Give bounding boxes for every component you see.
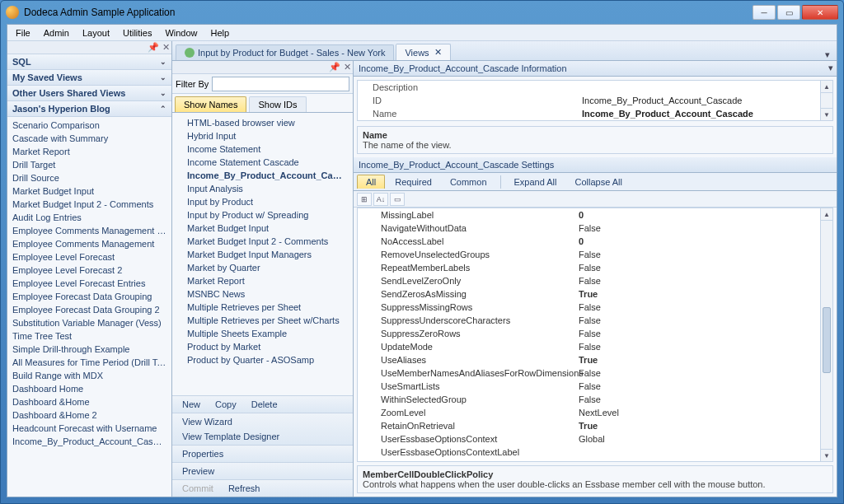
prop-value[interactable]: True (579, 420, 814, 432)
list-item[interactable]: Market Report (172, 274, 353, 287)
tab-views[interactable]: Views ✕ (396, 44, 450, 60)
close-button[interactable]: ✕ (802, 5, 838, 20)
list-item[interactable]: Market Budget Input (7, 184, 171, 198)
maximize-button[interactable]: ▭ (777, 5, 800, 20)
list-item[interactable]: Market by Quarter (172, 261, 353, 274)
prop-value[interactable]: 0 (579, 236, 814, 247)
accordion-sql[interactable]: SQL⌄ (7, 54, 171, 70)
menu-help[interactable]: Help (206, 26, 235, 40)
new-button[interactable]: New (176, 398, 207, 411)
pin-icon[interactable]: 📌 (329, 62, 340, 72)
scroll-thumb[interactable] (823, 307, 831, 373)
prop-value[interactable]: False (579, 262, 814, 273)
list-item[interactable]: Multiple Retrieves per Sheet (172, 301, 353, 314)
list-item[interactable]: Market Budget Input Managers (172, 248, 353, 261)
menu-utilities[interactable]: Utilities (118, 26, 157, 40)
list-item[interactable]: Product by Market (172, 340, 353, 353)
scroll-up-icon[interactable]: ▲ (821, 81, 832, 93)
prop-value[interactable]: False (579, 222, 814, 234)
list-item[interactable]: Audit Log Entries (7, 211, 171, 224)
list-item[interactable]: Dashboard Home (7, 382, 171, 395)
panel-close-icon[interactable]: ✕ (344, 62, 351, 72)
list-item[interactable]: Employee Level Forecast Entries (7, 277, 171, 290)
minimize-button[interactable]: ─ (753, 5, 776, 20)
prop-value[interactable]: False (579, 301, 814, 313)
tab-close-icon[interactable]: ✕ (434, 47, 442, 58)
delete-button[interactable]: Delete (245, 398, 284, 411)
pin-icon[interactable]: 📌 (148, 42, 159, 53)
list-item[interactable]: Income_By_Product_Account_Casc... (172, 169, 353, 182)
tab-show-ids[interactable]: Show IDs (249, 96, 306, 112)
prop-value[interactable]: 0 (579, 209, 814, 221)
list-item[interactable]: Employee Comments Management (7, 237, 171, 250)
list-item[interactable]: HTML-based browser view (172, 116, 353, 129)
list-item[interactable]: Dashboard &Home 2 (7, 408, 171, 422)
menu-layout[interactable]: Layout (77, 26, 115, 40)
prop-value[interactable]: False (579, 249, 814, 260)
list-item[interactable]: Multiple Sheets Example (172, 327, 353, 340)
accordion-other-users-shared-views[interactable]: Other Users Shared Views⌄ (7, 86, 171, 101)
views-list[interactable]: HTML-based browser viewHybrid InputIncom… (172, 113, 353, 395)
scrollbar[interactable]: ▲ ▼ (820, 81, 832, 120)
view-wizard-button[interactable]: View Wizard (176, 415, 239, 428)
prop-value[interactable]: False (579, 328, 814, 339)
accordion-my-saved-views[interactable]: My Saved Views⌄ (7, 70, 171, 86)
list-item[interactable]: Income_By_Product_Account_Cascade (7, 435, 171, 448)
prop-value[interactable] (579, 446, 814, 458)
list-item[interactable]: Product by Quarter - ASOSamp (172, 353, 353, 366)
prop-value[interactable]: False (579, 315, 814, 326)
menu-window[interactable]: Window (160, 26, 202, 40)
prop-value[interactable]: Global (579, 433, 814, 445)
settings-tab-common[interactable]: Common (442, 175, 495, 189)
list-item[interactable]: Hybrid Input (172, 129, 353, 142)
scroll-up-icon[interactable]: ▲ (821, 208, 832, 221)
prop-value[interactable]: NextLevel (579, 407, 814, 418)
prop-value[interactable]: False (579, 394, 814, 405)
list-item[interactable]: Employee Forecast Data Grouping 2 (7, 303, 171, 316)
prop-value[interactable]: True (579, 288, 814, 300)
list-item[interactable]: Employee Forecast Data Grouping (7, 290, 171, 303)
list-item[interactable]: Market Budget Input (172, 222, 353, 235)
prop-value[interactable]: False (579, 341, 814, 352)
prop-value[interactable]: Income_By_Product_Account_Cascade (582, 96, 814, 105)
properties-button[interactable]: Properties (176, 447, 230, 460)
prop-value[interactable]: False (579, 367, 814, 379)
list-item[interactable]: Income Statement (172, 142, 353, 156)
prop-value[interactable] (582, 82, 814, 92)
chevron-down-icon[interactable]: ▾ (822, 49, 833, 60)
list-item[interactable]: Income Statement Cascade (172, 156, 353, 169)
list-item[interactable]: Drill Target (7, 158, 171, 171)
list-item[interactable]: All Measures for Time Period (Drill Tar.… (7, 356, 171, 369)
filter-input[interactable] (212, 77, 349, 91)
prop-value[interactable]: False (579, 380, 814, 392)
copy-button[interactable]: Copy (209, 398, 243, 411)
menu-file[interactable]: File (11, 26, 35, 40)
accordion-jasons-hyperion-blog[interactable]: Jason's Hyperion Blog⌃ (7, 101, 171, 117)
list-item[interactable]: Market Report (7, 145, 171, 158)
list-item[interactable]: Dashboard &Home (7, 395, 171, 408)
sort-icon[interactable]: A↓ (373, 193, 388, 206)
tab-input-by-product[interactable]: Input by Product for Budget - Sales - Ne… (176, 44, 394, 60)
list-item[interactable]: Time Tree Test (7, 329, 171, 343)
refresh-button[interactable]: Refresh (222, 482, 267, 495)
list-item[interactable]: Input by Product w/ Spreading (172, 208, 353, 222)
settings-tab-all[interactable]: All (357, 175, 385, 189)
scroll-down-icon[interactable]: ▼ (821, 108, 832, 120)
menu-admin[interactable]: Admin (39, 26, 74, 40)
list-item[interactable]: Multiple Retrieves per Sheet w/Charts (172, 314, 353, 327)
panel-close-icon[interactable]: ✕ (162, 42, 170, 53)
list-item[interactable]: Headcount Forecast with Username (7, 422, 171, 435)
preview-button[interactable]: Preview (176, 464, 221, 478)
list-item[interactable]: Market Budget Input 2 - Comments (7, 198, 171, 211)
list-item[interactable]: Substitution Variable Manager (Vess) (7, 316, 171, 329)
list-item[interactable]: Employee Level Forecast (7, 250, 171, 264)
property-pages-icon[interactable]: ▭ (390, 193, 405, 206)
list-item[interactable]: Market Budget Input 2 - Comments (172, 235, 353, 248)
list-item[interactable]: Input Analysis (172, 182, 353, 195)
prop-value[interactable]: Income_By_Product_Account_Cascade (582, 109, 814, 119)
list-item[interactable]: MSNBC News (172, 287, 353, 301)
tab-show-names[interactable]: Show Names (175, 96, 246, 112)
list-item[interactable]: Employee Comments Management (E... (7, 224, 171, 237)
chevron-down-icon[interactable]: ▾ (828, 63, 833, 73)
list-item[interactable]: Simple Drill-through Example (7, 343, 171, 356)
